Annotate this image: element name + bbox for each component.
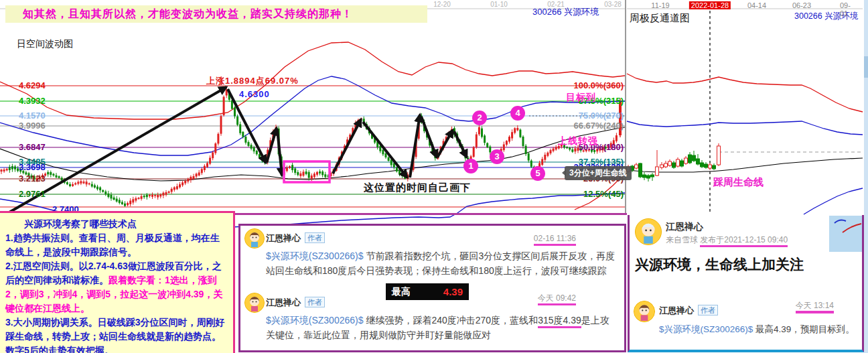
candlestick: [96, 187, 98, 190]
comment-author[interactable]: 江恩禅心作者: [659, 305, 718, 317]
candlestick: [69, 184, 71, 186]
highlighted-date-tick: 2022-01-28: [689, 1, 731, 9]
draw-time-note: 这位置的时间自己画下: [364, 182, 471, 194]
wave-point-marker-4: 4: [510, 106, 525, 121]
candlestick: [1, 169, 3, 171]
weekly-candlestick: [635, 165, 638, 168]
candlestick: [102, 190, 104, 192]
scrollbar-thumb[interactable]: [864, 56, 868, 78]
candlestick: [476, 135, 478, 147]
pen-scribble: [829, 216, 862, 252]
candlestick: [116, 199, 118, 202]
timestamp-text: 今天 09:42: [538, 293, 576, 305]
candlestick: [14, 166, 16, 169]
post-author[interactable]: 江恩禅心: [666, 221, 703, 233]
price-high-overlay: 最高4.39: [386, 283, 469, 300]
candlestick: [88, 184, 90, 185]
candlestick: [486, 143, 488, 147]
candlestick: [196, 173, 198, 176]
weekly-candlestick: [676, 159, 680, 166]
candlestick: [525, 146, 527, 154]
avatar[interactable]: [244, 293, 265, 313]
candlestick: [239, 124, 241, 133]
candlestick: [58, 176, 60, 178]
top-price-label: 4.6300: [239, 89, 270, 99]
candlestick: [149, 195, 151, 196]
candlestick: [316, 172, 318, 175]
candlestick: [173, 188, 175, 190]
weekly-candlestick: [643, 175, 646, 178]
candlestick: [305, 171, 307, 174]
comment-author[interactable]: 江恩禅心作者: [266, 232, 325, 244]
comment-text: 继续强势，踩着240度冲击270度，蓝线和: [364, 315, 538, 326]
weekly-candlestick: [705, 164, 708, 167]
high-value: 4.39: [443, 286, 463, 297]
weekly-life-line-note: 踩周生命线: [713, 176, 764, 189]
weekly-candlestick: [672, 163, 676, 167]
candlestick: [187, 179, 189, 182]
author-badge: 作者: [305, 297, 325, 307]
comment-timestamp: 02-16 11:36: [534, 234, 576, 243]
candlestick: [214, 143, 216, 153]
daily-date-tick: 01-10: [490, 1, 508, 8]
gann-price-label: 2.9761: [19, 189, 46, 199]
comment-author[interactable]: 江恩禅心作者: [266, 297, 325, 309]
candlestick: [168, 192, 170, 193]
candlestick: [132, 199, 134, 202]
candlestick: [206, 163, 208, 167]
avatar[interactable]: [634, 301, 655, 322]
weekly-candlestick: [639, 163, 642, 177]
candlestick: [244, 137, 246, 143]
candlestick: [503, 144, 505, 150]
candlestick: [297, 172, 299, 175]
candlestick: [179, 184, 181, 187]
gann-percent-label: 12.5%(45): [583, 189, 624, 199]
comment-timestamp: 今天 09:42: [538, 293, 576, 304]
chart-annotation-tooltip: 3分位+周生命线: [565, 166, 632, 180]
candlestick: [220, 116, 222, 133]
weekly-candlestick: [693, 155, 696, 161]
candlestick: [107, 194, 109, 197]
candlestick: [473, 147, 475, 157]
target-reached-label: 目标到: [566, 92, 596, 104]
daily-chart-title: 日空间波动图: [17, 38, 73, 50]
scrollbar-track[interactable]: [864, 0, 868, 353]
post-title[interactable]: 兴源环境，生命线上加关注: [635, 255, 804, 274]
technical-notes-panel: 兴源环境考察了哪些技术点 1.趋势共振法则。查看日、周、月极反通道，均在生命线上…: [0, 211, 235, 353]
wave-point-marker-1: 1: [463, 159, 478, 173]
page-background-block: [829, 216, 862, 252]
stock-link[interactable]: $兴源环境(SZ300266)$: [659, 324, 753, 334]
comment-text: 最高4.39，预期目标到。: [753, 324, 855, 334]
candlestick: [201, 169, 203, 173]
weekly-date-tick: 09-01: [840, 1, 859, 17]
avatar[interactable]: [635, 218, 662, 245]
candlestick: [74, 183, 76, 184]
candlestick: [319, 171, 321, 173]
author-name: 江恩禅心: [266, 233, 301, 243]
weekly-candlestick: [664, 163, 668, 167]
candlestick: [190, 177, 192, 180]
weekly-candlestick: [668, 161, 672, 165]
candlestick: [324, 174, 326, 177]
candlestick: [11, 166, 13, 169]
top-banner: 知其然，且知其所以然，才能变波动为收益，踏实又持续的那种！: [5, 5, 427, 23]
candlestick: [516, 128, 518, 131]
candlestick: [66, 182, 68, 184]
stock-link[interactable]: $兴源环境(SZ300266)$: [266, 251, 364, 261]
candlestick: [396, 167, 398, 171]
candlestick: [6, 169, 8, 170]
stock-link[interactable]: $兴源环境(SZ300266)$: [266, 315, 364, 326]
high-label: 最高: [392, 286, 411, 298]
candlestick: [113, 198, 115, 200]
candlestick: [223, 97, 225, 115]
candlestick: [555, 147, 557, 149]
weekly-date-tick: 04-14: [747, 1, 766, 9]
wave-point-marker-2: 2: [472, 111, 487, 125]
candlestick: [171, 189, 173, 192]
candlestick: [303, 171, 305, 175]
candlestick: [242, 132, 244, 137]
candlestick: [388, 157, 390, 161]
candlestick: [127, 203, 129, 205]
turn-strong-label: 上线转强: [558, 135, 598, 147]
avatar[interactable]: [244, 228, 265, 249]
